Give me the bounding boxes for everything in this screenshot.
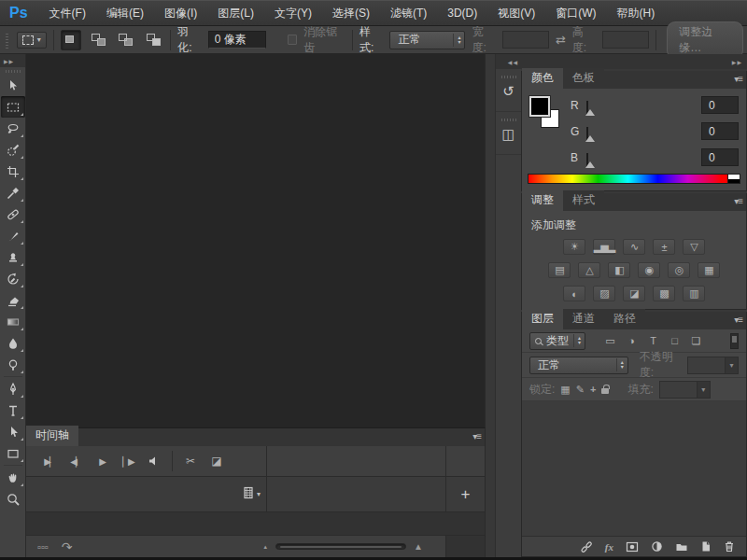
- zoom-out-mountain-icon[interactable]: ▲: [262, 544, 268, 550]
- style-dropdown[interactable]: 正常 ▴▾: [389, 31, 465, 49]
- delete-layer-icon[interactable]: [724, 540, 735, 553]
- filter-pixel-layers-icon[interactable]: ▭: [602, 335, 618, 347]
- menu-file[interactable]: 文件(F): [39, 1, 96, 25]
- adjustments-panel-menu-icon[interactable]: ▾≡: [734, 196, 742, 206]
- foreground-color-swatch[interactable]: [529, 96, 550, 117]
- width-input[interactable]: [502, 31, 549, 49]
- hue-saturation-icon[interactable]: ▤: [548, 262, 571, 278]
- zoom-in-mountain-icon[interactable]: ▲: [414, 541, 423, 552]
- lock-position-icon[interactable]: +: [590, 384, 596, 395]
- menu-select[interactable]: 选择(S): [322, 1, 380, 25]
- color-spectrum-ramp[interactable]: [528, 174, 740, 184]
- layer-filter-toggle[interactable]: [730, 333, 739, 349]
- black-and-white-icon[interactable]: ◧: [608, 262, 630, 278]
- play-button[interactable]: ▶: [90, 451, 114, 471]
- threshold-icon[interactable]: ◪: [623, 286, 645, 301]
- hand-tool[interactable]: [1, 467, 25, 488]
- filter-smart-objects-icon[interactable]: ❏: [688, 335, 704, 347]
- red-slider[interactable]: [586, 102, 695, 109]
- intersect-selection-button[interactable]: [143, 30, 163, 50]
- gradient-tool[interactable]: [1, 311, 25, 332]
- tab-adjustments[interactable]: 调整: [522, 190, 563, 211]
- next-frame-button[interactable]: ▏▶: [116, 451, 140, 471]
- rectangular-marquee-tool[interactable]: [1, 96, 25, 118]
- swap-width-height-icon[interactable]: ⇄: [556, 33, 566, 47]
- exposure-icon[interactable]: ±: [653, 239, 675, 255]
- film-track-icon[interactable]: [242, 486, 254, 502]
- chevron-down-icon[interactable]: ▾: [697, 381, 711, 399]
- height-input[interactable]: [602, 31, 649, 49]
- tab-timeline[interactable]: 时间轴: [26, 426, 78, 446]
- add-layer-mask-icon[interactable]: [626, 541, 639, 553]
- gradient-map-icon[interactable]: ▩: [653, 286, 675, 301]
- transition-button[interactable]: ◪: [204, 451, 229, 471]
- 3d-panel-button[interactable]: ◫: [496, 112, 521, 155]
- photo-filter-icon[interactable]: ◉: [638, 262, 660, 278]
- feather-input[interactable]: [208, 31, 266, 49]
- posterize-icon[interactable]: ▨: [593, 286, 615, 301]
- spot-healing-brush-tool[interactable]: [1, 203, 25, 225]
- rectangle-shape-tool[interactable]: [1, 442, 25, 464]
- crop-tool[interactable]: [1, 161, 25, 182]
- horizontal-type-tool[interactable]: [1, 399, 25, 421]
- new-layer-icon[interactable]: [700, 540, 712, 553]
- blue-value[interactable]: 0: [701, 148, 739, 166]
- convert-to-frame-animation-icon[interactable]: ▫▫▫: [37, 541, 49, 553]
- track-options-arrow-icon[interactable]: ▾: [257, 490, 261, 498]
- history-panel-button[interactable]: ↺: [496, 69, 521, 112]
- tab-swatches[interactable]: 色板: [563, 68, 604, 89]
- previous-frame-button[interactable]: ◀▏: [63, 451, 88, 471]
- invert-icon[interactable]: ◐: [563, 286, 585, 301]
- pen-tool[interactable]: [1, 378, 25, 399]
- green-slider[interactable]: [586, 128, 695, 135]
- clone-stamp-tool[interactable]: [1, 246, 25, 268]
- opacity-control[interactable]: ▾: [687, 357, 739, 374]
- channel-mixer-icon[interactable]: ◎: [668, 262, 690, 278]
- render-video-icon[interactable]: ↷: [62, 539, 73, 554]
- lasso-tool[interactable]: [1, 118, 25, 139]
- toolbar-collapse-button[interactable]: ▶▶: [0, 54, 25, 67]
- blend-mode-dropdown[interactable]: 正常 ▴▾: [529, 357, 628, 374]
- move-tool[interactable]: [1, 75, 25, 96]
- filter-adjustment-layers-icon[interactable]: ◑: [624, 335, 640, 346]
- path-selection-tool[interactable]: [1, 421, 25, 442]
- refine-edge-button[interactable]: 调整边缘…: [667, 21, 743, 59]
- curves-icon[interactable]: ∿: [623, 239, 645, 255]
- white-black-ramp-end[interactable]: [728, 174, 740, 184]
- color-panel-menu-icon[interactable]: ▾≡: [734, 74, 742, 84]
- blur-tool[interactable]: [1, 332, 25, 354]
- audio-button[interactable]: [142, 451, 166, 471]
- dodge-tool[interactable]: [1, 354, 25, 375]
- history-brush-tool[interactable]: [1, 268, 25, 289]
- tool-preset-button[interactable]: ▾: [17, 32, 47, 49]
- menu-3d[interactable]: 3D(D): [437, 1, 487, 25]
- brush-tool[interactable]: [1, 225, 25, 246]
- menu-filter[interactable]: 滤镜(T): [380, 1, 437, 25]
- chevron-down-icon[interactable]: ▾: [725, 357, 739, 374]
- tab-paths[interactable]: 路径: [604, 309, 645, 329]
- red-value[interactable]: 0: [701, 96, 739, 114]
- tab-layers[interactable]: 图层: [522, 309, 563, 329]
- dock-collapse-button[interactable]: ◀◀: [496, 54, 521, 69]
- menu-help[interactable]: 帮助(H): [607, 1, 666, 25]
- menu-view[interactable]: 视图(V): [487, 1, 545, 25]
- eyedropper-tool[interactable]: [1, 182, 25, 203]
- new-adjustment-layer-icon[interactable]: [651, 540, 663, 553]
- red-slider-thumb[interactable]: [585, 109, 595, 116]
- color-balance-icon[interactable]: △: [578, 262, 600, 278]
- fill-control[interactable]: ▾: [659, 381, 711, 399]
- tab-channels[interactable]: 通道: [563, 309, 604, 329]
- green-value[interactable]: 0: [701, 122, 739, 140]
- blue-slider[interactable]: [586, 154, 695, 161]
- selective-color-icon[interactable]: ▥: [683, 286, 705, 301]
- layer-style-icon[interactable]: fx: [605, 541, 613, 553]
- new-selection-button[interactable]: [61, 30, 81, 50]
- go-to-first-frame-button[interactable]: ▶▏: [37, 451, 62, 471]
- eraser-tool[interactable]: [1, 289, 25, 311]
- lock-image-pixels-icon[interactable]: ✎: [576, 384, 585, 396]
- quick-selection-tool[interactable]: [1, 139, 25, 161]
- lock-transparent-pixels-icon[interactable]: ▦: [560, 384, 570, 396]
- document-canvas[interactable]: [26, 54, 486, 427]
- split-clip-button[interactable]: ✂: [178, 451, 203, 471]
- green-slider-thumb[interactable]: [585, 135, 595, 142]
